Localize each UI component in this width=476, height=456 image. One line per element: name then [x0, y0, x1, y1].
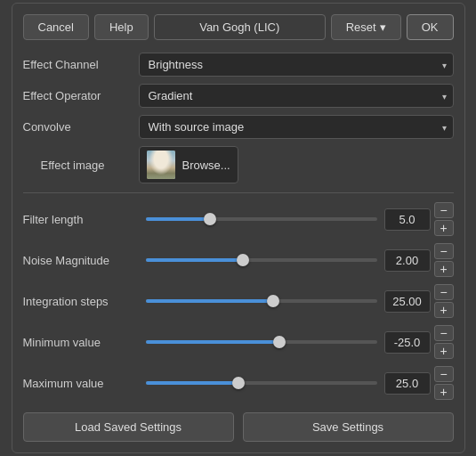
effect-channel-select-wrap: Brightness Hue Saturation Lightness ▾: [139, 53, 454, 77]
integration-steps-label: Integration steps: [23, 295, 139, 308]
noise-magnitude-row: Noise Magnitude − +: [23, 243, 454, 277]
maximum-value-row: Maximum value − +: [23, 366, 454, 400]
footer: Load Saved Settings Save Settings: [23, 412, 454, 442]
noise-magnitude-slider[interactable]: [146, 251, 377, 269]
noise-magnitude-increment[interactable]: +: [434, 261, 454, 277]
effect-image-label: Effect image: [41, 159, 139, 172]
noise-magnitude-label: Noise Magnitude: [23, 254, 139, 267]
integration-steps-steppers: − +: [434, 284, 454, 318]
integration-steps-increment[interactable]: +: [434, 302, 454, 318]
effect-operator-row: Effect Operator Gradient Curl Hessian ▾: [23, 84, 454, 108]
integration-steps-row: Integration steps − +: [23, 284, 454, 318]
integration-steps-thumb[interactable]: [267, 295, 279, 307]
effect-operator-select-wrap: Gradient Curl Hessian ▾: [139, 84, 454, 108]
filter-length-decrement[interactable]: −: [434, 202, 454, 218]
minimum-value-track: [146, 340, 377, 344]
maximum-value-track: [146, 381, 377, 385]
integration-steps-track: [146, 299, 377, 303]
filter-length-value[interactable]: [384, 208, 431, 231]
noise-magnitude-thumb[interactable]: [237, 254, 249, 266]
cancel-button[interactable]: Cancel: [23, 14, 89, 40]
effect-image-row: Effect image Browse...: [23, 146, 454, 183]
effect-operator-select[interactable]: Gradient Curl Hessian: [139, 84, 454, 108]
maximum-value-decrement[interactable]: −: [434, 366, 454, 382]
integration-steps-slider[interactable]: [146, 292, 377, 310]
convolve-select[interactable]: With source image With white noise: [139, 115, 454, 139]
minimum-value-value[interactable]: [384, 331, 431, 354]
chevron-down-icon: ▾: [380, 20, 386, 34]
dialog-title: Van Gogh (LIC): [154, 14, 326, 40]
maximum-value-fill: [146, 381, 238, 385]
filter-length-row: Filter length − +: [23, 202, 454, 236]
minimum-value-thumb[interactable]: [273, 336, 286, 348]
filter-length-track: [146, 217, 377, 221]
filter-length-slider[interactable]: [146, 210, 377, 228]
minimum-value-steppers: − +: [434, 325, 454, 359]
browse-button-label: Browse...: [182, 159, 230, 172]
effect-channel-label: Effect Channel: [23, 58, 139, 71]
save-settings-button[interactable]: Save Settings: [243, 412, 454, 442]
minimum-value-increment[interactable]: +: [434, 343, 454, 359]
reset-button[interactable]: Reset ▾: [331, 14, 401, 40]
effect-channel-row: Effect Channel Brightness Hue Saturation…: [23, 53, 454, 77]
effect-channel-select[interactable]: Brightness Hue Saturation Lightness: [139, 53, 454, 77]
ok-button[interactable]: OK: [407, 14, 454, 40]
minimum-value-fill: [146, 340, 280, 344]
minimum-value-slider[interactable]: [146, 333, 377, 351]
noise-magnitude-steppers: − +: [434, 243, 454, 277]
convolve-label: Convolve: [23, 120, 139, 134]
minimum-value-decrement[interactable]: −: [434, 325, 454, 341]
maximum-value-label: Maximum value: [23, 377, 139, 390]
filter-length-thumb[interactable]: [204, 213, 216, 225]
noise-magnitude-fill: [146, 258, 243, 262]
effect-image-thumbnail: [147, 151, 175, 179]
convolve-row: Convolve With source image With white no…: [23, 115, 454, 139]
dialog: Cancel Help Van Gogh (LIC) Reset ▾ OK Ef…: [12, 3, 465, 453]
divider: [23, 192, 454, 193]
effect-operator-label: Effect Operator: [23, 89, 139, 102]
load-settings-button[interactable]: Load Saved Settings: [23, 412, 234, 442]
noise-magnitude-track: [146, 258, 377, 262]
filter-length-fill: [146, 217, 211, 221]
header-bar: Cancel Help Van Gogh (LIC) Reset ▾ OK: [23, 14, 454, 40]
integration-steps-decrement[interactable]: −: [434, 284, 454, 300]
maximum-value-slider[interactable]: [146, 374, 377, 392]
effect-image-browse-button[interactable]: Browse...: [139, 146, 238, 183]
noise-magnitude-decrement[interactable]: −: [434, 243, 454, 259]
help-button[interactable]: Help: [94, 14, 149, 40]
filter-length-steppers: − +: [434, 202, 454, 236]
minimum-value-row: Minimum value − +: [23, 325, 454, 359]
maximum-value-steppers: − +: [434, 366, 454, 400]
noise-magnitude-value[interactable]: [384, 249, 431, 272]
filter-length-label: Filter length: [23, 213, 139, 226]
minimum-value-label: Minimum value: [23, 336, 139, 349]
maximum-value-thumb[interactable]: [232, 377, 245, 389]
integration-steps-fill: [146, 299, 273, 303]
maximum-value-value[interactable]: [384, 372, 431, 395]
maximum-value-increment[interactable]: +: [434, 384, 454, 400]
convolve-select-wrap: With source image With white noise ▾: [139, 115, 454, 139]
integration-steps-value[interactable]: [384, 290, 431, 313]
filter-length-increment[interactable]: +: [434, 220, 454, 236]
